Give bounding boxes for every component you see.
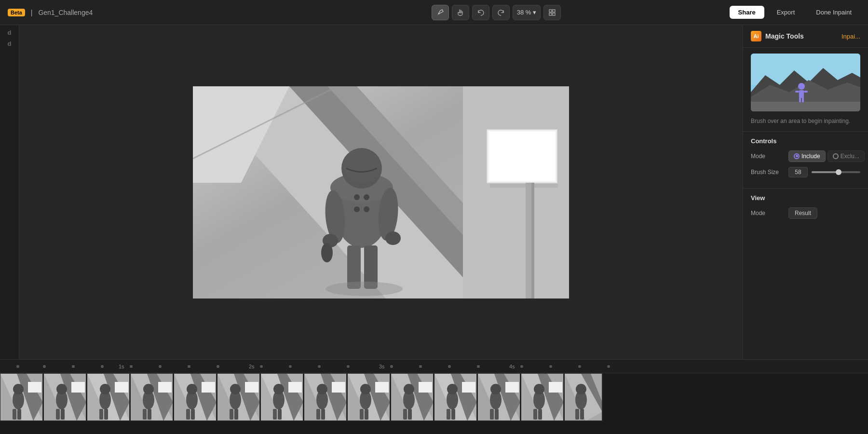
svg-rect-220 bbox=[580, 409, 584, 420]
svg-text:1s: 1s bbox=[119, 364, 124, 369]
svg-rect-132 bbox=[174, 420, 217, 421]
svg-rect-153 bbox=[303, 374, 304, 421]
svg-point-199 bbox=[490, 384, 501, 394]
ai-icon: Ai bbox=[751, 31, 761, 41]
svg-rect-173 bbox=[390, 374, 391, 421]
svg-point-63 bbox=[477, 365, 480, 368]
brush-slider-thumb bbox=[836, 169, 841, 175]
svg-point-24 bbox=[364, 194, 369, 200]
svg-point-51 bbox=[159, 365, 162, 368]
controls-title: Controls bbox=[751, 137, 860, 145]
svg-rect-190 bbox=[447, 409, 450, 420]
svg-rect-182 bbox=[391, 420, 434, 421]
svg-rect-3 bbox=[549, 13, 552, 15]
ruler-svg: 1s 2s 3s 4s bbox=[15, 360, 618, 373]
brush-tool-button[interactable] bbox=[432, 5, 449, 20]
svg-rect-112 bbox=[87, 420, 130, 421]
svg-rect-219 bbox=[575, 409, 579, 420]
svg-rect-87 bbox=[28, 382, 41, 393]
undo-button[interactable] bbox=[472, 5, 489, 20]
brush-size-input[interactable] bbox=[788, 167, 808, 177]
svg-point-0 bbox=[437, 14, 439, 16]
timeline-track[interactable]: // frames drawn below as repeated patter… bbox=[0, 373, 868, 434]
zoom-selector[interactable]: 38 % ▾ bbox=[513, 5, 541, 20]
svg-rect-192 bbox=[434, 420, 477, 421]
export-button[interactable]: Export bbox=[768, 6, 804, 19]
view-section: View Mode Result bbox=[743, 188, 868, 230]
share-button[interactable]: Share bbox=[730, 6, 764, 19]
svg-point-66 bbox=[549, 365, 552, 368]
brush-size-label: Brush Size bbox=[751, 169, 785, 176]
preview-thumbnail bbox=[751, 54, 860, 111]
svg-point-48 bbox=[101, 365, 104, 368]
project-title: | Gen1_Challenge4 bbox=[29, 9, 95, 16]
svg-rect-13 bbox=[489, 132, 555, 181]
fit-button[interactable] bbox=[543, 5, 561, 20]
svg-rect-143 bbox=[260, 374, 261, 421]
zoom-level: 38 % bbox=[517, 9, 531, 16]
svg-rect-162 bbox=[304, 420, 347, 421]
toolbar-center: 38 % ▾ bbox=[432, 5, 561, 20]
svg-rect-180 bbox=[403, 409, 407, 420]
svg-text:3s: 3s bbox=[379, 364, 385, 369]
svg-point-52 bbox=[188, 365, 190, 368]
magic-tools-label: Magic Tools bbox=[765, 32, 838, 40]
svg-point-46 bbox=[43, 365, 46, 368]
svg-rect-97 bbox=[71, 382, 85, 393]
svg-rect-167 bbox=[375, 382, 389, 393]
svg-rect-100 bbox=[56, 409, 60, 420]
svg-rect-203 bbox=[520, 374, 521, 421]
svg-rect-150 bbox=[273, 409, 277, 420]
svg-point-65 bbox=[520, 365, 523, 368]
svg-rect-152 bbox=[261, 420, 303, 421]
include-mode-button[interactable]: Include bbox=[788, 150, 826, 162]
svg-point-32 bbox=[326, 282, 403, 296]
redo-button[interactable] bbox=[492, 5, 510, 20]
svg-rect-92 bbox=[0, 420, 43, 421]
view-result-button[interactable]: Result bbox=[788, 207, 817, 219]
svg-point-159 bbox=[317, 384, 327, 394]
beta-badge: Beta bbox=[8, 9, 25, 16]
svg-rect-93 bbox=[43, 374, 44, 421]
svg-rect-43 bbox=[799, 97, 801, 102]
svg-rect-11 bbox=[463, 86, 569, 298]
svg-point-31 bbox=[385, 231, 401, 245]
svg-point-61 bbox=[419, 365, 422, 368]
svg-rect-4 bbox=[553, 13, 555, 15]
svg-point-57 bbox=[318, 365, 321, 368]
svg-rect-200 bbox=[490, 409, 494, 420]
svg-rect-103 bbox=[86, 374, 87, 421]
thumbnail-svg bbox=[751, 54, 860, 111]
bottom-area: 1s 2s 3s 4s bbox=[0, 359, 868, 434]
svg-rect-102 bbox=[44, 420, 86, 421]
timeline-strip: // frames drawn below as repeated patter… bbox=[0, 373, 868, 434]
svg-rect-120 bbox=[143, 409, 147, 420]
right-panel-header: Ai Magic Tools Inpai... bbox=[743, 25, 868, 48]
svg-rect-193 bbox=[477, 374, 478, 421]
title-separator: | bbox=[31, 9, 33, 16]
svg-point-89 bbox=[13, 384, 24, 394]
left-sidebar-item-2[interactable]: d bbox=[8, 40, 12, 47]
svg-rect-127 bbox=[202, 382, 215, 393]
inpaint-tab[interactable]: Inpai... bbox=[841, 33, 860, 40]
right-panel: Ai Magic Tools Inpai... bbox=[743, 25, 868, 359]
mode-label: Mode bbox=[751, 153, 785, 160]
svg-point-58 bbox=[347, 365, 350, 368]
timeline-ruler: 1s 2s 3s 4s bbox=[0, 360, 868, 373]
svg-rect-183 bbox=[434, 374, 434, 421]
svg-point-62 bbox=[448, 365, 451, 368]
zoom-dropdown-icon: ▾ bbox=[533, 9, 536, 16]
svg-rect-140 bbox=[230, 409, 233, 420]
hand-tool-button[interactable] bbox=[452, 5, 469, 20]
svg-rect-151 bbox=[278, 409, 282, 420]
done-inpaint-button[interactable]: Done Inpaint bbox=[807, 6, 860, 19]
svg-point-23 bbox=[354, 194, 360, 200]
svg-rect-16 bbox=[531, 183, 534, 298]
canvas-area[interactable] bbox=[19, 25, 743, 359]
left-sidebar: d d bbox=[0, 25, 19, 359]
brush-size-slider[interactable] bbox=[812, 171, 860, 173]
svg-rect-147 bbox=[288, 382, 302, 393]
left-sidebar-item-1[interactable]: d bbox=[8, 29, 12, 36]
controls-section: Controls Mode Include Exclu... Brus bbox=[743, 131, 868, 188]
exclude-mode-button[interactable]: Exclu... bbox=[827, 150, 865, 162]
